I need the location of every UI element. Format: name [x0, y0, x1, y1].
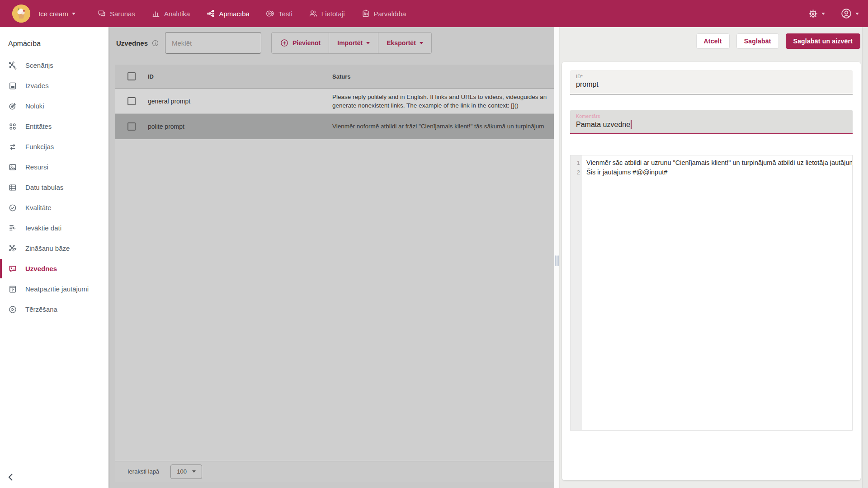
- page-size-select[interactable]: 100: [170, 465, 202, 479]
- image-icon: [8, 163, 17, 172]
- training-icon: [206, 9, 215, 18]
- play-circle-icon: [8, 305, 17, 314]
- comment-field[interactable]: Komentārs Pamata uzvedne: [570, 110, 853, 134]
- add-button[interactable]: Pievienot: [272, 33, 329, 53]
- comment-field-label: Komentārs: [576, 113, 847, 119]
- import-button-label: Importēt: [337, 39, 363, 47]
- import-button[interactable]: Importēt: [329, 33, 378, 53]
- page-size-value: 100: [177, 468, 187, 475]
- sidebar-item-neatpazitie-jautajumi[interactable]: Neatpazītie jautājumi: [0, 279, 108, 299]
- sidebar-section-title: Apmācība: [0, 27, 108, 48]
- pagination-bar: Ieraksti lapā 100: [115, 461, 556, 482]
- nav-testi[interactable]: Testi: [266, 9, 292, 18]
- toolbar-button-group: Pievienot Importēt Eksportēt: [271, 32, 432, 54]
- line-number: 2: [571, 168, 582, 177]
- top-navigation-bar: Ice cream Sarunas Analītika Apmācība Tes…: [0, 0, 868, 27]
- user-avatar-icon: [840, 8, 852, 19]
- text-cursor: [631, 120, 632, 129]
- info-icon[interactable]: [151, 39, 159, 47]
- target-icon: [8, 102, 17, 111]
- comment-field-value: Pamata uzvedne: [576, 121, 630, 129]
- collected-data-icon: [8, 224, 17, 233]
- editor-line-numbers: 1 2: [571, 155, 582, 430]
- export-button-label: Eksportēt: [387, 39, 416, 47]
- nav-label: Sarunas: [110, 10, 135, 18]
- chevron-left-icon: [5, 471, 17, 483]
- sidebar: Apmācība Scenārijs Izvades Nolūki Entitā…: [0, 27, 108, 488]
- select-all-checkbox[interactable]: [127, 72, 136, 80]
- swap-arrows-icon: [8, 142, 17, 151]
- sidebar-item-zinasanu-baze[interactable]: Zināšanu bāze: [0, 238, 108, 258]
- chevron-down-icon: [821, 13, 825, 15]
- table-header-row: ID Saturs: [115, 65, 556, 89]
- nav-lietotaji[interactable]: Lietotāji: [309, 9, 345, 18]
- sidebar-item-uzvednes[interactable]: Uzvednes: [0, 258, 108, 279]
- knowledge-base-icon: [8, 244, 17, 253]
- prompt-code-editor[interactable]: 1 2 Vienmēr sāc atbildi ar uzrunu "Cienī…: [570, 155, 853, 431]
- nav-label: Apmācība: [219, 10, 250, 18]
- drawer-actions: Atcelt Saglabāt Saglabāt un aizvērt: [696, 33, 860, 49]
- sidebar-item-label: Izvades: [25, 82, 49, 89]
- table-row-selected[interactable]: polite prompt Vienmēr noformē atbildi ar…: [115, 114, 556, 139]
- settings-menu[interactable]: [808, 9, 825, 19]
- sidebar-item-entitates[interactable]: Entitātes: [0, 116, 108, 136]
- chevron-down-icon: [420, 42, 423, 44]
- nav-analitika[interactable]: Analītika: [151, 9, 190, 18]
- nav-sarunas[interactable]: Sarunas: [97, 9, 135, 18]
- column-header-id[interactable]: ID: [148, 73, 332, 80]
- sidebar-item-label: Tērzēšana: [25, 305, 57, 313]
- page-size-label: Ieraksti lapā: [127, 468, 159, 475]
- quality-check-icon: [8, 203, 17, 212]
- edit-drawer: Atcelt Saglabāt Saglabāt un aizvērt ID* …: [554, 27, 868, 488]
- sidebar-item-ievaktie-dati[interactable]: Ievāktie dati: [0, 218, 108, 238]
- nav-apmaciba[interactable]: Apmācība: [206, 9, 250, 18]
- id-field-label: ID*: [576, 74, 847, 79]
- prompt-form-card: ID* prompt Komentārs Pamata uzvedne 1 2 …: [562, 62, 861, 480]
- column-header-saturs[interactable]: Saturs: [332, 73, 556, 80]
- row-id: polite prompt: [148, 123, 332, 130]
- prompts-table: ID Saturs general prompt Please reply po…: [115, 65, 556, 482]
- id-field-value: prompt: [576, 80, 847, 89]
- tests-icon: [266, 9, 275, 18]
- drawer-scrollbar[interactable]: [862, 27, 868, 488]
- sidebar-item-noluki[interactable]: Nolūki: [0, 96, 108, 116]
- sidebar-item-datu-tabulas[interactable]: Datu tabulas: [0, 177, 108, 197]
- sidebar-item-funkcijas[interactable]: Funkcijas: [0, 136, 108, 157]
- gear-icon: [808, 9, 818, 19]
- sidebar-item-scenarijs[interactable]: Scenārijs: [0, 55, 108, 75]
- search-input[interactable]: [165, 33, 261, 53]
- brand-logo[interactable]: [12, 5, 30, 23]
- sidebar-item-label: Nolūki: [25, 102, 44, 110]
- row-checkbox[interactable]: [127, 122, 136, 131]
- row-checkbox[interactable]: [127, 97, 136, 105]
- user-menu[interactable]: [840, 8, 859, 19]
- sidebar-item-label: Datu tabulas: [25, 183, 63, 191]
- cancel-button[interactable]: Atcelt: [696, 33, 730, 49]
- save-button[interactable]: Saglabāt: [736, 33, 779, 49]
- sidebar-item-label: Kvalitāte: [25, 204, 52, 211]
- bar-chart-icon: [151, 9, 160, 18]
- users-icon: [309, 9, 318, 18]
- sidebar-item-resursi[interactable]: Resursi: [0, 157, 108, 177]
- outputs-icon: [8, 81, 17, 90]
- table-row[interactable]: general prompt Please reply politely and…: [115, 89, 556, 114]
- save-and-close-button[interactable]: Saglabāt un aizvērt: [786, 33, 860, 49]
- table-empty-area: [115, 139, 556, 461]
- export-button[interactable]: Eksportēt: [378, 33, 431, 53]
- nav-parvaldiba[interactable]: Pārvaldība: [361, 9, 406, 18]
- sidebar-item-izvades[interactable]: Izvades: [0, 75, 108, 96]
- workspace-selector[interactable]: Ice cream: [38, 10, 75, 18]
- sidebar-item-terzesana[interactable]: Tērzēšana: [0, 299, 108, 319]
- drag-handle-icon: [555, 255, 559, 266]
- sidebar-item-label: Zināšanu bāze: [25, 244, 70, 252]
- sidebar-item-kvalitate[interactable]: Kvalitāte: [0, 197, 108, 218]
- main-nav: Sarunas Analītika Apmācība Testi Lietotā…: [97, 9, 406, 18]
- drawer-resize-handle[interactable]: [554, 27, 560, 488]
- sidebar-collapse-button[interactable]: [5, 471, 17, 483]
- id-field[interactable]: ID* prompt: [570, 70, 853, 94]
- chevron-down-icon: [72, 13, 75, 15]
- sidebar-item-label: Resursi: [25, 163, 48, 171]
- search-box: [165, 32, 261, 54]
- editor-content[interactable]: Vienmēr sāc atbildi ar uzrunu "Cienījama…: [582, 155, 852, 430]
- editor-line: Šis ir jautājums #@@input#: [586, 168, 848, 177]
